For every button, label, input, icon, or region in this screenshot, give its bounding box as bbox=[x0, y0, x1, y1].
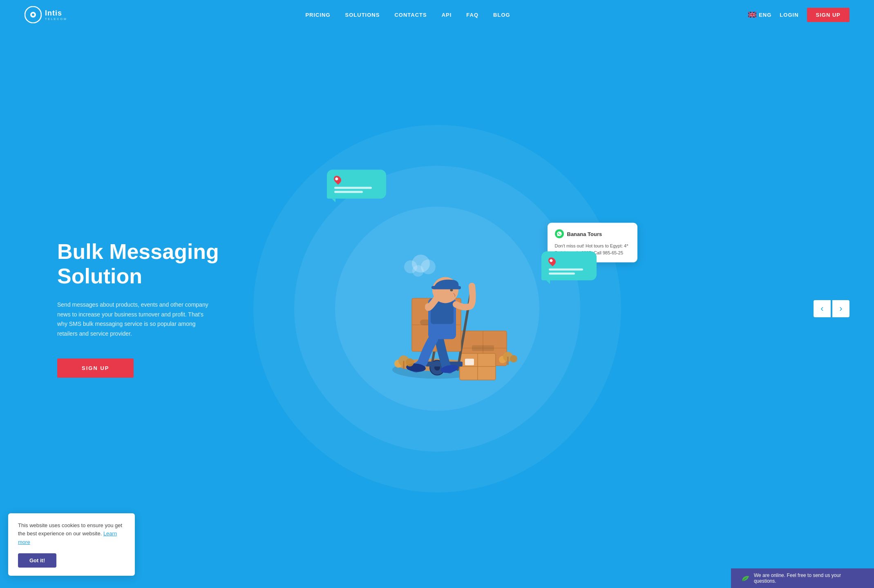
cookie-text: This website uses cookies to ensure you … bbox=[18, 521, 125, 547]
cookie-accept-button[interactable]: Got it! bbox=[18, 553, 56, 568]
next-arrow-button[interactable]: › bbox=[832, 300, 849, 317]
hero-description: Send messages about products, events and… bbox=[57, 300, 212, 339]
language-selector[interactable]: ENG bbox=[748, 12, 771, 18]
svg-point-41 bbox=[406, 359, 414, 367]
cookie-banner: This website uses cookies to ensure you … bbox=[8, 513, 135, 576]
whatsapp-icon bbox=[555, 229, 564, 238]
hero-signup-button[interactable]: SIGN UP bbox=[57, 359, 134, 378]
live-chat-bar[interactable]: We are online. Feel free to send us your… bbox=[731, 568, 874, 588]
svg-point-38 bbox=[412, 265, 424, 277]
svg-rect-10 bbox=[472, 345, 494, 351]
nav-right: ENG LOGIN SIGN UP bbox=[748, 8, 849, 22]
whatsapp-header: Banana Tours bbox=[555, 229, 630, 238]
prev-arrow-icon: ‹ bbox=[820, 303, 823, 314]
login-button[interactable]: LOGIN bbox=[780, 12, 798, 18]
svg-point-2 bbox=[32, 13, 34, 16]
nav-contacts[interactable]: CONTACTS bbox=[394, 12, 427, 18]
logo-sub: TELECOM bbox=[45, 18, 67, 20]
nav-solutions[interactable]: SOLUTIONS bbox=[345, 12, 380, 18]
svg-rect-33 bbox=[431, 286, 440, 289]
svg-point-34 bbox=[450, 289, 453, 292]
next-arrow-icon: › bbox=[839, 303, 842, 314]
hero-illustration: Banana Tours Don't miss out! Hot tours t… bbox=[351, 219, 523, 392]
svg-rect-15 bbox=[465, 359, 474, 365]
logo[interactable]: Intis TELECOM bbox=[25, 6, 67, 23]
navbar: Intis TELECOM PRICING SOLUTIONS CONTACTS… bbox=[0, 0, 874, 29]
nav-pricing[interactable]: PRICING bbox=[305, 12, 330, 18]
nav-blog[interactable]: BLOG bbox=[493, 12, 510, 18]
delivery-person-svg bbox=[351, 219, 523, 390]
nav-signup-button[interactable]: SIGN UP bbox=[807, 8, 849, 22]
hero-section: Bulk Messaging Solution Send messages ab… bbox=[0, 29, 874, 588]
prev-arrow-button[interactable]: ‹ bbox=[814, 300, 831, 317]
chat-bubble-1 bbox=[327, 170, 386, 199]
live-chat-text: We are online. Feel free to send us your… bbox=[754, 572, 864, 584]
svg-point-45 bbox=[510, 355, 517, 363]
nav-faq[interactable]: FAQ bbox=[466, 12, 478, 18]
logo-icon bbox=[25, 6, 42, 23]
logo-text: Intis bbox=[45, 9, 67, 18]
hero-arrows: ‹ › bbox=[814, 300, 849, 317]
chat-bubble-2 bbox=[541, 252, 597, 281]
hero-content: Bulk Messaging Solution Send messages ab… bbox=[0, 240, 237, 378]
nav-api[interactable]: API bbox=[442, 12, 452, 18]
nav-links: PRICING SOLUTIONS CONTACTS API FAQ BLOG bbox=[305, 11, 510, 18]
flag-icon bbox=[748, 12, 756, 18]
chat-leaf-icon bbox=[741, 574, 750, 583]
hero-title: Bulk Messaging Solution bbox=[57, 240, 237, 289]
whatsapp-sender: Banana Tours bbox=[567, 231, 602, 237]
